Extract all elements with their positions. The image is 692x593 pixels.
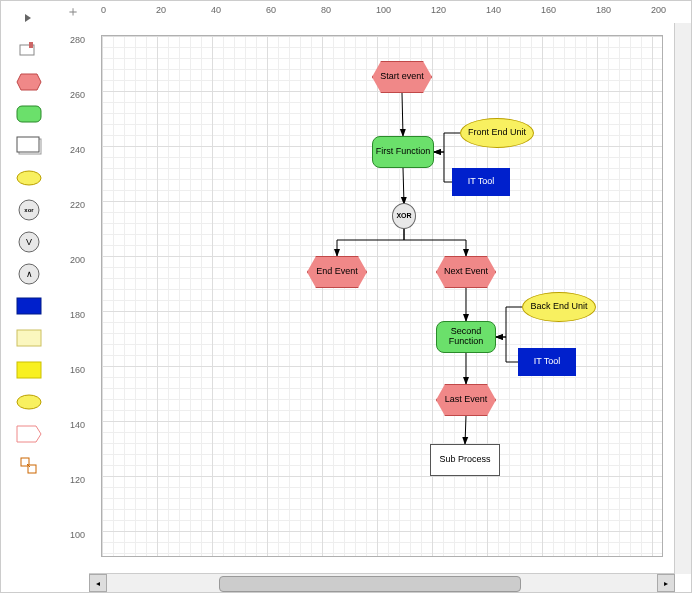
- ruler-tick: 100: [70, 530, 85, 540]
- process-shape-tool[interactable]: [15, 135, 43, 157]
- node-next[interactable]: Next Event: [436, 256, 496, 288]
- ruler-tick: 140: [70, 420, 85, 430]
- node-label: Start event: [378, 70, 426, 84]
- scroll-right-arrow-icon[interactable]: ▸: [657, 574, 675, 592]
- svg-point-16: [17, 395, 41, 409]
- node-ou1[interactable]: Front End Unit: [460, 118, 534, 148]
- horizontal-scrollbar[interactable]: ◂ ▸: [89, 573, 675, 592]
- node-label: IT Tool: [466, 175, 497, 189]
- vertical-ruler: 280260240220200180160140120100: [57, 23, 90, 574]
- ruler-tick: 240: [70, 145, 85, 155]
- svg-rect-5: [17, 137, 39, 152]
- node-label: IT Tool: [532, 355, 563, 369]
- edge-it1-f1[interactable]: [434, 152, 452, 182]
- svg-rect-14: [17, 330, 41, 346]
- ruler-tick: 40: [211, 5, 221, 15]
- scroll-thumb[interactable]: [219, 576, 521, 592]
- svg-marker-2: [17, 74, 41, 90]
- horizontal-ruler: 020406080100120140160180200: [89, 1, 691, 24]
- yellow-rect-tool[interactable]: [15, 327, 43, 349]
- ruler-tick: 200: [70, 255, 85, 265]
- ruler-tick: 0: [101, 5, 106, 15]
- diagram-editor: xorV∧ ＋ 020406080100120140160180200 2802…: [0, 0, 692, 593]
- ruler-tick: 120: [70, 475, 85, 485]
- scroll-left-arrow-icon[interactable]: ◂: [89, 574, 107, 592]
- ruler-tick: 160: [70, 365, 85, 375]
- svg-rect-3: [17, 106, 41, 122]
- node-ou2[interactable]: Back End Unit: [522, 292, 596, 322]
- ruler-tick: 280: [70, 35, 85, 45]
- diagram-canvas[interactable]: Start eventFirst FunctionFront End UnitI…: [101, 35, 663, 557]
- yellow-rect-tool-2[interactable]: [15, 359, 43, 381]
- svg-rect-13: [17, 298, 41, 314]
- shape-palette: xorV∧: [1, 1, 57, 592]
- xor-connector[interactable]: XOR: [392, 203, 416, 229]
- scroll-track[interactable]: [109, 576, 655, 590]
- node-label: Sub Process: [437, 453, 492, 467]
- or-connector-tool[interactable]: V: [15, 231, 43, 253]
- svg-text:∧: ∧: [26, 269, 33, 279]
- svg-text:xor: xor: [24, 207, 34, 213]
- node-end[interactable]: End Event: [307, 256, 367, 288]
- node-f1[interactable]: First Function: [372, 136, 434, 168]
- and-connector-tool[interactable]: ∧: [15, 263, 43, 285]
- ruler-tick: 120: [431, 5, 446, 15]
- svg-point-6: [17, 171, 41, 185]
- svg-marker-17: [17, 426, 41, 442]
- vertical-scrollbar[interactable]: [674, 23, 691, 574]
- edge-ou1-f1[interactable]: [434, 133, 460, 152]
- node-start[interactable]: Start event: [372, 61, 432, 93]
- node-label: Back End Unit: [528, 300, 589, 314]
- edge-start-f1[interactable]: [402, 93, 403, 136]
- ruler-tick: 140: [486, 5, 501, 15]
- link-tool[interactable]: [15, 455, 43, 477]
- node-sub[interactable]: Sub Process: [430, 444, 500, 476]
- node-f2[interactable]: Second Function: [436, 321, 496, 353]
- ruler-tick: 260: [70, 90, 85, 100]
- edge-xor-next[interactable]: [404, 228, 466, 256]
- path-tool[interactable]: [15, 423, 43, 445]
- edge-f1-xor[interactable]: [403, 168, 404, 204]
- node-last[interactable]: Last Event: [436, 384, 496, 416]
- ruler-tick: 60: [266, 5, 276, 15]
- org-unit-tool[interactable]: [15, 167, 43, 189]
- svg-rect-1: [29, 42, 33, 48]
- edge-xor-end[interactable]: [337, 228, 404, 256]
- ruler-tick: 200: [651, 5, 666, 15]
- node-label: Second Function: [436, 325, 496, 349]
- ruler-tick: 20: [156, 5, 166, 15]
- canvas-viewport[interactable]: Start eventFirst FunctionFront End UnitI…: [89, 23, 691, 574]
- function-shape-tool[interactable]: [15, 103, 43, 125]
- node-it2[interactable]: IT Tool: [518, 348, 576, 376]
- ellipse-tool[interactable]: [15, 391, 43, 413]
- ruler-tick: 160: [541, 5, 556, 15]
- ruler-tick: 220: [70, 200, 85, 210]
- node-label: Next Event: [442, 265, 490, 279]
- node-label: Front End Unit: [466, 126, 528, 140]
- ruler-tick: 180: [70, 310, 85, 320]
- svg-rect-15: [17, 362, 41, 378]
- it-shape-tool[interactable]: [15, 295, 43, 317]
- style-icon[interactable]: [15, 39, 43, 61]
- ruler-tick: 180: [596, 5, 611, 15]
- expand-icon[interactable]: [15, 7, 43, 29]
- xor-connector-tool[interactable]: xor: [15, 199, 43, 221]
- edge-ou2-f2[interactable]: [496, 307, 522, 337]
- edge-last-sub[interactable]: [465, 416, 466, 444]
- svg-text:V: V: [26, 237, 32, 247]
- node-label: End Event: [314, 265, 360, 279]
- event-shape-tool[interactable]: [15, 71, 43, 93]
- add-corner-icon[interactable]: ＋: [57, 1, 89, 23]
- edge-it2-f2[interactable]: [496, 337, 518, 362]
- node-xor[interactable]: XOR: [392, 204, 416, 228]
- node-label: First Function: [374, 145, 433, 159]
- node-label: Last Event: [443, 393, 490, 407]
- ruler-tick: 100: [376, 5, 391, 15]
- node-it1[interactable]: IT Tool: [452, 168, 510, 196]
- ruler-tick: 80: [321, 5, 331, 15]
